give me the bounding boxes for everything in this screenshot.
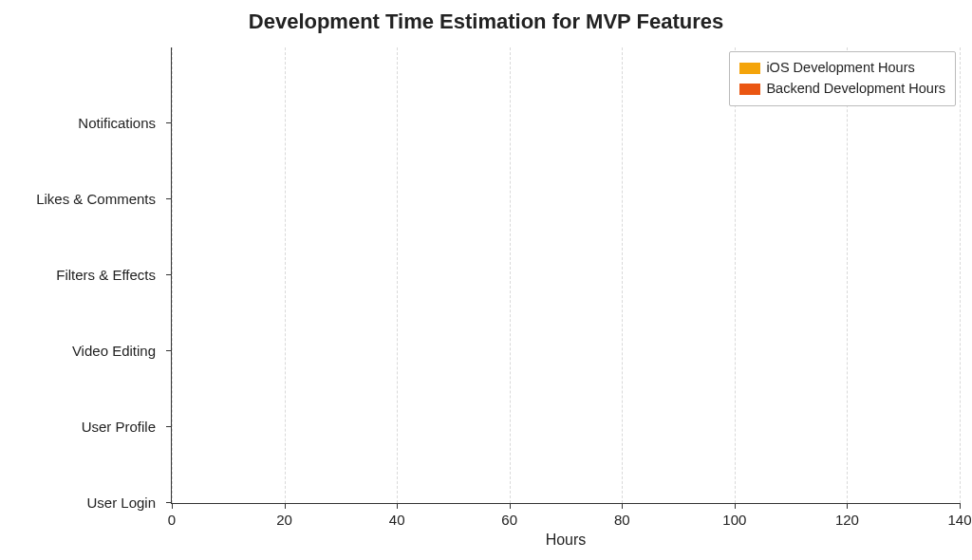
y-tick-label: Likes & Comments	[0, 191, 165, 207]
y-tick-label: User Login	[0, 495, 165, 511]
x-tick-label: 20	[276, 512, 292, 528]
legend-swatch-backend	[739, 84, 760, 95]
x-axis-label: Hours	[546, 532, 587, 549]
x-tick-label: 140	[947, 512, 971, 528]
x-tick-label: 60	[501, 512, 517, 528]
legend-label: iOS Development Hours	[766, 58, 914, 79]
y-tick-label: Filters & Effects	[0, 267, 165, 283]
x-tick-label: 100	[722, 512, 746, 528]
chart-title: Development Time Estimation for MVP Feat…	[0, 9, 972, 34]
legend-swatch-ios	[739, 63, 760, 74]
x-tick-label: 40	[389, 512, 405, 528]
x-tick-label: 80	[614, 512, 630, 528]
y-tick-label: User Profile	[0, 419, 165, 435]
legend: iOS Development Hours Backend Developmen…	[729, 51, 956, 106]
y-tick-label: Notifications	[0, 115, 165, 131]
x-tick-label: 120	[835, 512, 859, 528]
legend-item: iOS Development Hours	[739, 58, 945, 79]
plot-area: 0 20 40 60 80 100 120 140 Hours	[171, 47, 960, 504]
x-tick-label: 0	[168, 512, 176, 528]
chart-container: Development Time Estimation for MVP Feat…	[0, 0, 972, 560]
legend-label: Backend Development Hours	[766, 79, 945, 100]
y-tick-label: Video Editing	[0, 343, 165, 359]
legend-item: Backend Development Hours	[739, 79, 945, 100]
